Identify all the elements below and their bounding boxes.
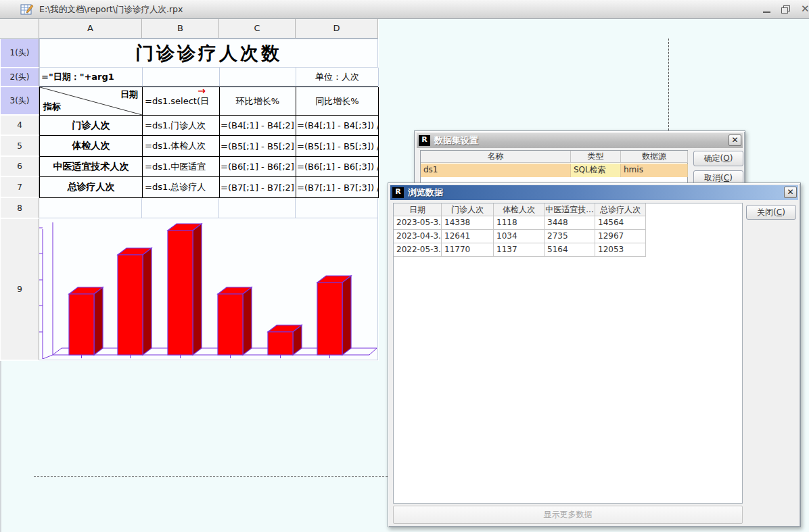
close-button[interactable]: 关闭(C) bbox=[746, 205, 796, 220]
dataset-col-source[interactable]: 数据源 bbox=[621, 151, 688, 163]
dataset-col-type[interactable]: 类型 bbox=[571, 151, 621, 163]
browse-cell[interactable]: 14564 bbox=[595, 216, 646, 230]
cell-b5-expression[interactable]: =ds1.体检人次 bbox=[143, 136, 220, 157]
column-header-a[interactable]: A bbox=[39, 19, 142, 39]
dataset-dialog-titlebar: R 数据集设置 ✕ bbox=[417, 133, 743, 148]
browse-cell[interactable]: 3448 bbox=[545, 216, 595, 230]
cell-d5-expression[interactable]: =(B5[;1] - B5[;3]) / bbox=[296, 136, 379, 157]
cell-b4-expression[interactable]: =ds1.门诊人次 bbox=[143, 116, 220, 136]
bar-chart-3d bbox=[39, 218, 377, 359]
ok-button[interactable]: 确定(O) bbox=[693, 151, 743, 166]
column-header-d[interactable]: D bbox=[296, 19, 378, 39]
cell-c6-expression[interactable]: =(B6[;1] - B6[;2] bbox=[220, 157, 296, 177]
cell-d2-unit-label[interactable]: 单位：人次 bbox=[296, 68, 379, 87]
browse-dialog-close-icon[interactable]: ✕ bbox=[784, 187, 797, 198]
row-header-1[interactable]: 1(头) bbox=[0, 39, 39, 68]
cell-d3-yoy-growth[interactable]: 同比增长% bbox=[296, 87, 379, 116]
cell-a8[interactable] bbox=[39, 198, 142, 218]
row-header-5[interactable]: 5 bbox=[0, 135, 39, 156]
cell-c3-mom-growth[interactable]: 环比增长% bbox=[220, 87, 296, 116]
page-break-guide-horizontal bbox=[34, 476, 388, 477]
browse-cell[interactable]: 2735 bbox=[545, 230, 595, 243]
raqsoft-logo-icon: R bbox=[392, 187, 404, 198]
page-break-guide-vertical bbox=[668, 39, 669, 130]
browse-col-total[interactable]: 总诊疗人次 bbox=[595, 203, 646, 216]
show-more-data-button[interactable]: 显示更多数据 bbox=[393, 506, 743, 524]
browse-data-table: 日期 门诊人次 体检人次 中医适宜技... 总诊疗人次 2023-05-3...… bbox=[393, 203, 743, 504]
cell-b2[interactable] bbox=[143, 68, 220, 87]
browse-cell[interactable]: 11770 bbox=[442, 243, 494, 257]
cell-a1-report-title[interactable]: 门诊诊疗人次数 bbox=[39, 39, 378, 68]
sheet-row-2: ="日期："+arg1 单位：人次 bbox=[39, 68, 378, 87]
browse-cell[interactable]: 5164 bbox=[545, 243, 595, 257]
cell-d8[interactable] bbox=[296, 198, 378, 218]
cell-a2-date-expression[interactable]: ="日期："+arg1 bbox=[40, 68, 143, 87]
cell-c4-expression[interactable]: =(B4[;1] - B4[;2] bbox=[220, 116, 296, 136]
cell-a7-label[interactable]: 总诊疗人次 bbox=[40, 177, 143, 198]
browse-cell[interactable]: 14338 bbox=[442, 216, 494, 230]
cell-b8[interactable] bbox=[142, 198, 219, 218]
cross-header-date-label: 日期 bbox=[120, 89, 138, 101]
cell-a6-label[interactable]: 中医适宜技术人次 bbox=[40, 157, 143, 177]
cell-b3-select-expression[interactable]: =ds1.select(日 → bbox=[143, 87, 220, 116]
browse-cell[interactable]: 2023-05-3... bbox=[394, 216, 442, 230]
dataset-row-type[interactable]: SQL检索 bbox=[571, 164, 621, 177]
row-header-2[interactable]: 2(头) bbox=[0, 68, 39, 87]
close-icon[interactable]: ✕ bbox=[801, 3, 809, 15]
raqsoft-logo-icon: R bbox=[419, 135, 430, 146]
cell-b7-expression[interactable]: =ds1.总诊疗人 bbox=[143, 177, 220, 198]
cell-d6-expression[interactable]: =(B6[;1] - B6[;3]) / bbox=[296, 157, 379, 177]
browse-cell[interactable]: 12053 bbox=[595, 243, 646, 257]
expand-right-arrow-icon: → bbox=[198, 87, 206, 96]
sheet-corner-cell[interactable] bbox=[0, 19, 39, 39]
cell-c2[interactable] bbox=[220, 68, 296, 87]
sheet-row-8 bbox=[39, 198, 378, 218]
row-header-6[interactable]: 6 bbox=[0, 156, 39, 176]
report-title-text: 门诊诊疗人次数 bbox=[135, 41, 282, 66]
row-header-8[interactable]: 8 bbox=[0, 197, 39, 218]
cell-b6-expression[interactable]: =ds1.中医适宜 bbox=[143, 157, 220, 177]
restore-icon[interactable] bbox=[781, 5, 790, 14]
cross-header-indicator-label: 指标 bbox=[43, 101, 61, 113]
b3-expression-text: =ds1.select(日 bbox=[145, 95, 209, 107]
report-table: 日期 指标 =ds1.select(日 → 环比增长% 同比增长% 门诊人次 =… bbox=[39, 87, 378, 198]
cell-a3-cross-header[interactable]: 日期 指标 bbox=[40, 87, 143, 116]
cell-c8[interactable] bbox=[219, 198, 296, 218]
cell-a5-label[interactable]: 体检人次 bbox=[40, 136, 143, 157]
browse-cell[interactable]: 1137 bbox=[494, 243, 545, 257]
cell-a4-label[interactable]: 门诊人次 bbox=[40, 116, 143, 136]
dataset-dialog-close-icon[interactable]: ✕ bbox=[729, 135, 741, 146]
dataset-row-name[interactable]: ds1 bbox=[421, 164, 571, 177]
column-header-b[interactable]: B bbox=[142, 19, 219, 39]
row-header-3[interactable]: 3(头) bbox=[0, 87, 39, 115]
browse-col-outpatient[interactable]: 门诊人次 bbox=[442, 203, 494, 216]
column-header-c[interactable]: C bbox=[219, 19, 296, 39]
browse-col-tcm[interactable]: 中医适宜技... bbox=[545, 203, 595, 216]
dataset-col-name[interactable]: 名称 bbox=[421, 151, 571, 163]
browse-cell[interactable]: 12641 bbox=[442, 230, 494, 243]
browse-cell[interactable]: 12967 bbox=[595, 230, 646, 243]
browse-dialog-titlebar: R 浏览数据 ✕ bbox=[390, 185, 798, 200]
row-header-7[interactable]: 7 bbox=[0, 176, 39, 197]
browse-cell[interactable]: 1034 bbox=[494, 230, 545, 243]
browse-data-dialog: R 浏览数据 ✕ 日期 门诊人次 体检人次 中医适宜技... 总诊疗人次 202… bbox=[388, 183, 801, 527]
report-file-icon bbox=[20, 3, 34, 16]
browse-dialog-title: 浏览数据 bbox=[408, 187, 443, 199]
cell-d7-expression[interactable]: =(B7[;1] - B7[;3]) / bbox=[296, 177, 379, 198]
row-header-4[interactable]: 4 bbox=[0, 115, 39, 135]
dataset-row-source[interactable]: hmis bbox=[621, 164, 688, 177]
browse-col-checkup[interactable]: 体检人次 bbox=[494, 203, 545, 216]
browse-cell[interactable]: 2022-05-3... bbox=[394, 243, 442, 257]
dataset-dialog-title: 数据集设置 bbox=[434, 135, 478, 147]
browse-col-date[interactable]: 日期 bbox=[394, 203, 442, 216]
cell-c5-expression[interactable]: =(B5[;1] - B5[;2] bbox=[220, 136, 296, 157]
window-title: E:\我的文档\report\门诊诊疗人次.rpx bbox=[39, 0, 183, 19]
minimize-icon[interactable] bbox=[763, 11, 770, 13]
cell-c7-expression[interactable]: =(B7[;1] - B7[;2] bbox=[220, 177, 296, 198]
browse-cell[interactable]: 2023-04-3... bbox=[394, 230, 442, 243]
cell-a9-chart[interactable] bbox=[39, 218, 378, 360]
row-header-9[interactable]: 9 bbox=[0, 218, 39, 360]
window-titlebar: E:\我的文档\report\门诊诊疗人次.rpx ✕ bbox=[0, 0, 809, 19]
cell-d4-expression[interactable]: =(B4[;1] - B4[;3]) / bbox=[296, 116, 379, 136]
browse-cell[interactable]: 1118 bbox=[494, 216, 545, 230]
